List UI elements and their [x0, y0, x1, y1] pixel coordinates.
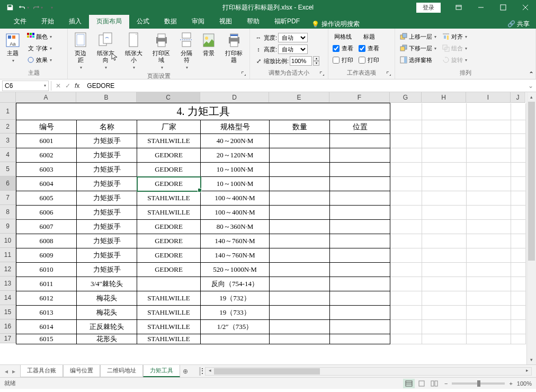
data-cell[interactable] — [270, 177, 330, 191]
tab-page-layout[interactable]: 页面布局 — [89, 14, 129, 29]
height-select[interactable]: 自动 — [278, 44, 308, 54]
data-cell[interactable]: GEDORE — [137, 148, 201, 163]
formula-input[interactable]: GEDORE — [84, 82, 525, 90]
minimize-icon[interactable] — [470, 0, 492, 15]
cell[interactable] — [467, 277, 511, 291]
cell[interactable] — [511, 134, 526, 148]
headings-view-checkbox[interactable]: 查看 — [356, 42, 381, 54]
data-cell[interactable] — [330, 277, 390, 291]
data-cell[interactable] — [270, 234, 330, 248]
cell[interactable] — [511, 291, 526, 306]
data-cell[interactable]: 力矩扳手 — [77, 163, 137, 177]
data-cell[interactable]: GEDORE — [137, 163, 201, 177]
cell[interactable] — [390, 234, 422, 248]
data-cell[interactable]: GEDORE — [137, 248, 201, 263]
data-cell[interactable] — [330, 306, 390, 320]
data-cell[interactable]: 19（733） — [201, 306, 270, 320]
cell[interactable] — [422, 120, 467, 134]
page-break-view-icon[interactable] — [428, 379, 440, 388]
cell[interactable] — [422, 177, 467, 191]
save-icon[interactable] — [4, 2, 16, 13]
cell[interactable] — [390, 306, 422, 320]
data-cell[interactable]: 100～400N·M — [201, 206, 270, 220]
cell[interactable] — [467, 320, 511, 334]
cell[interactable] — [467, 191, 511, 206]
cell[interactable] — [467, 306, 511, 320]
data-cell[interactable]: 140～760N·M — [201, 248, 270, 263]
scale-spinner[interactable]: ▴▾ — [313, 56, 319, 66]
page-layout-view-icon[interactable] — [416, 379, 427, 388]
cell[interactable] — [467, 103, 511, 120]
data-cell[interactable] — [270, 134, 330, 148]
data-cell[interactable]: 6012 — [16, 291, 77, 306]
row-header[interactable]: 15 — [0, 305, 16, 319]
data-cell[interactable]: 6014 — [16, 320, 77, 334]
row-header[interactable]: 1 — [0, 103, 16, 120]
row-header[interactable]: 7 — [0, 191, 16, 205]
data-cell[interactable]: 力矩扳手 — [77, 263, 137, 277]
header-cell[interactable]: 规格型号 — [201, 120, 270, 134]
data-cell[interactable]: 6005 — [16, 191, 77, 206]
rotate-button[interactable]: 旋转 ▾ — [440, 54, 469, 66]
close-icon[interactable] — [515, 0, 536, 15]
data-cell[interactable]: 6013 — [16, 306, 77, 320]
cell[interactable] — [390, 191, 422, 206]
data-cell[interactable] — [330, 248, 390, 263]
cell[interactable] — [422, 191, 467, 206]
data-cell[interactable]: 6007 — [16, 220, 77, 234]
scroll-left-icon[interactable]: ◂ — [206, 368, 214, 375]
width-select[interactable]: 自动 — [278, 33, 308, 42]
scroll-down-icon[interactable]: ▾ — [527, 355, 536, 364]
data-cell[interactable] — [330, 206, 390, 220]
sheet-tab[interactable]: 二维码地址 — [100, 365, 143, 377]
cell[interactable] — [390, 263, 422, 277]
data-cell[interactable] — [270, 334, 330, 344]
data-cell[interactable] — [270, 163, 330, 177]
group-button[interactable]: 组合 ▾ — [440, 42, 469, 54]
cell[interactable] — [511, 306, 526, 320]
redo-icon[interactable]: ▾ — [32, 2, 43, 13]
cell[interactable] — [467, 134, 511, 148]
cell[interactable] — [390, 320, 422, 334]
sheet-nav-prev-icon[interactable]: ◂ — [3, 368, 10, 375]
fonts-button[interactable]: 文字体 ▾ — [24, 42, 54, 54]
row-header[interactable]: 17 — [0, 334, 16, 343]
data-cell[interactable]: 6009 — [16, 248, 77, 263]
cell[interactable] — [511, 277, 526, 291]
cell[interactable] — [422, 103, 467, 120]
fx-icon[interactable]: fx — [75, 82, 79, 90]
cell[interactable] — [467, 163, 511, 177]
column-header[interactable]: B — [76, 92, 137, 103]
cell[interactable] — [511, 220, 526, 234]
data-cell[interactable]: GEDORE — [137, 177, 201, 191]
print-titles-button[interactable]: 打印标题 — [220, 31, 247, 65]
row-header[interactable]: 12 — [0, 262, 16, 277]
send-backward-button[interactable]: 下移一层 ▾ — [397, 42, 439, 54]
data-cell[interactable]: STAHLWILLE — [137, 191, 201, 206]
zoom-out-icon[interactable]: − — [444, 380, 448, 387]
cell[interactable] — [511, 234, 526, 248]
data-cell[interactable] — [330, 148, 390, 163]
row-header[interactable]: 3 — [0, 133, 16, 148]
data-cell[interactable]: 10～100N·M — [201, 177, 270, 191]
data-cell[interactable]: 1/2″（735） — [201, 320, 270, 334]
data-cell[interactable] — [270, 291, 330, 306]
data-cell[interactable]: 6002 — [16, 148, 77, 163]
breaks-button[interactable]: 分隔符▾ — [176, 31, 197, 72]
data-cell[interactable]: 力矩扳手 — [77, 148, 137, 163]
cell[interactable] — [422, 277, 467, 291]
data-cell[interactable] — [330, 191, 390, 206]
sheet-tab[interactable]: 编号位置 — [63, 365, 100, 377]
column-header[interactable]: D — [200, 92, 269, 103]
cell[interactable] — [390, 206, 422, 220]
tab-insert[interactable]: 插入 — [61, 14, 89, 29]
collapse-ribbon-icon[interactable]: ⌃ — [529, 70, 534, 78]
cell[interactable] — [390, 220, 422, 234]
tell-me[interactable]: 💡 操作说明搜索 — [311, 20, 360, 29]
data-cell[interactable]: 6006 — [16, 206, 77, 220]
data-cell[interactable] — [330, 320, 390, 334]
data-cell[interactable]: GEDORE — [137, 234, 201, 248]
background-button[interactable]: 背景 — [198, 31, 219, 58]
normal-view-icon[interactable] — [403, 379, 415, 388]
row-header[interactable]: 4 — [0, 148, 16, 162]
